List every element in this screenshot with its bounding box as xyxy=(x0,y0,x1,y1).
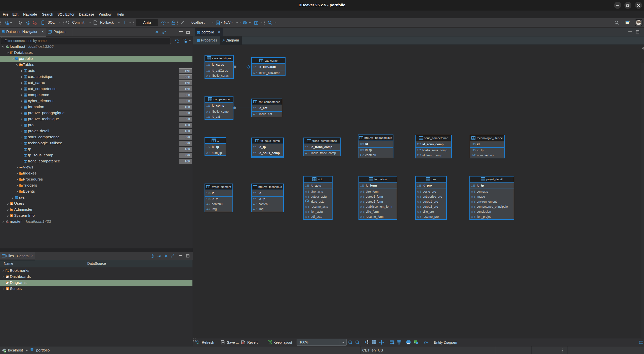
svg-text:i: i xyxy=(11,214,12,217)
svg-text:!: ! xyxy=(393,342,394,344)
